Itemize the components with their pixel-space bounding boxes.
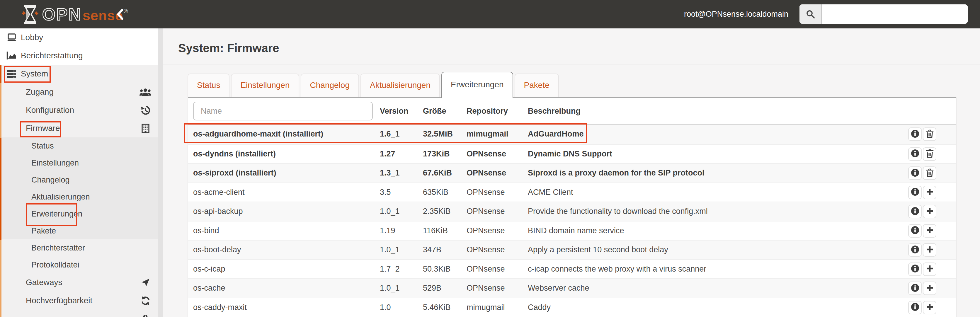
sidebar-item-label: Status xyxy=(31,141,54,151)
row-actions xyxy=(908,186,936,199)
install-plugin-button[interactable] xyxy=(923,263,936,276)
info-icon xyxy=(911,226,920,236)
table-row[interactable]: os-bind1.19116KiBOPNsenseBIND domain nam… xyxy=(188,221,956,240)
sidebar-item-konfiguration[interactable]: Konfiguration xyxy=(0,101,158,119)
install-plugin-button[interactable] xyxy=(923,224,936,238)
plugin-description: Caddy xyxy=(528,298,550,317)
plugin-info-button[interactable] xyxy=(908,147,922,161)
tab-einstellungen[interactable]: Einstellungen xyxy=(231,73,299,97)
table-row[interactable]: os-siproxd (installiert)1.3_167.6KiBOPNs… xyxy=(188,163,956,182)
info-icon xyxy=(911,284,920,293)
tab-status[interactable]: Status xyxy=(188,73,229,97)
remove-plugin-button[interactable] xyxy=(923,127,936,141)
active-menu-accent-dark xyxy=(0,65,2,83)
sidebar-item-system[interactable]: System xyxy=(0,65,158,83)
sidebar-item-label: Berichterstattung xyxy=(21,51,83,60)
sidebar-item-label: Hochverfügbarkeit xyxy=(26,296,92,305)
plugin-description: AdGuardHome xyxy=(528,125,584,143)
sidebar-item-label: Einstellungen xyxy=(31,158,79,168)
plugin-name: os-c-icap xyxy=(193,260,225,278)
tab-aktualisierungen[interactable]: Aktualisierungen xyxy=(361,73,440,97)
remove-plugin-button[interactable] xyxy=(923,166,936,180)
table-row[interactable]: os-acme-client3.5635KiBOPNsenseACME Clie… xyxy=(188,182,956,202)
table-row[interactable]: os-dyndns (installiert)1.27173KiBOPNsens… xyxy=(188,144,956,163)
plugin-info-button[interactable] xyxy=(908,166,922,180)
table-row[interactable]: os-cache1.0_1529BOPNsenseWebserver cache xyxy=(188,278,956,298)
plugin-version: 1.0_1 xyxy=(380,241,400,259)
chevron-left-icon[interactable] xyxy=(116,9,124,20)
active-menu-accent-light-2 xyxy=(0,240,2,317)
install-plugin-button[interactable] xyxy=(923,243,936,257)
plugin-name: os-caddy-maxit xyxy=(193,298,247,317)
sidebar-item-hochverfuegbarkeit[interactable]: Hochverfügbarkeit xyxy=(0,292,158,310)
plugin-info-button[interactable] xyxy=(908,301,922,314)
sidebar-item-gateways[interactable]: Gateways xyxy=(0,273,158,292)
plugin-size: 50.3KiB xyxy=(423,260,451,278)
sidebar-item-label: Changelog xyxy=(31,176,70,185)
table-row[interactable]: os-api-backup1.0_12.35KiBOPNsenseProvide… xyxy=(188,201,956,221)
sidebar-item-firmware-status[interactable]: Status xyxy=(0,138,158,154)
plugin-version: 1.0_1 xyxy=(380,202,400,220)
trash-icon xyxy=(926,130,934,139)
plugin-name: os-boot-delay xyxy=(193,241,241,259)
sidebar-item-firmware-erweiterungen[interactable]: Erweiterungen xyxy=(0,205,158,222)
plugin-info-button[interactable] xyxy=(908,186,922,199)
tab-erweiterungen[interactable]: Erweiterungen xyxy=(441,72,513,98)
info-icon xyxy=(911,303,920,312)
sidebar-item-berichterstatter[interactable]: Berichterstatter xyxy=(0,239,158,256)
sidebar-item-zugang[interactable]: Zugang xyxy=(0,83,158,101)
laptop-icon xyxy=(6,33,17,42)
plugin-version: 1.0_1 xyxy=(380,279,400,297)
plugin-name: os-api-backup xyxy=(193,202,243,220)
install-plugin-button[interactable] xyxy=(923,301,936,314)
sidebar-item-firmware-changelog[interactable]: Changelog xyxy=(0,171,158,189)
sidebar-item-label: Berichterstatter xyxy=(31,244,85,252)
plugin-repository: OPNsense xyxy=(466,145,506,163)
install-plugin-button[interactable] xyxy=(923,282,936,295)
sidebar-item-firmware[interactable]: Firmware xyxy=(0,119,158,138)
table-row[interactable]: os-adguardhome-maxit (installiert)1.6_13… xyxy=(188,125,956,144)
table-row[interactable]: os-c-icap1.7_250.3KiBOPNsensec-icap conn… xyxy=(188,259,956,279)
plugin-size: 2.35KiB xyxy=(423,202,451,220)
tab-changelog[interactable]: Changelog xyxy=(301,73,359,97)
sidebar-item-firmware-einstellungen[interactable]: Einstellungen xyxy=(0,154,158,171)
sidebar-item-berichterstattung[interactable]: Berichterstattung xyxy=(0,47,158,65)
sidebar-item-protokolldatei[interactable]: Protokolldatei xyxy=(0,256,158,273)
row-actions xyxy=(908,243,936,257)
sidebar-item-lobby[interactable]: Lobby xyxy=(0,29,158,47)
info-icon xyxy=(911,187,920,197)
plugin-repository: OPNsense xyxy=(466,222,505,240)
plugin-size: 116KiB xyxy=(423,222,448,240)
plugin-info-button[interactable] xyxy=(908,263,922,276)
sidebar-item-firmware-pakete[interactable]: Pakete xyxy=(0,222,158,239)
global-search-input[interactable] xyxy=(822,5,968,24)
plugin-name: os-siproxd (installiert) xyxy=(193,164,276,182)
plugin-info-button[interactable] xyxy=(908,282,922,295)
plugin-info-button[interactable] xyxy=(908,243,922,257)
tab-pakete[interactable]: Pakete xyxy=(515,73,559,97)
sidebar-scrollbar[interactable] xyxy=(158,29,163,317)
plugin-info-button[interactable] xyxy=(908,127,922,141)
opnsense-logo: OPNsense® xyxy=(22,0,128,29)
plugin-size: 173KiB xyxy=(423,145,450,163)
plugin-info-button[interactable] xyxy=(908,205,922,218)
sidebar-item-label: Zugang xyxy=(26,87,54,97)
install-plugin-button[interactable] xyxy=(923,186,936,199)
logged-in-user: root@OPNsense.localdomain xyxy=(684,0,788,29)
plugin-version: 3.5 xyxy=(380,183,391,201)
install-plugin-button[interactable] xyxy=(923,205,936,218)
sidebar-item-next-partial[interactable] xyxy=(0,310,158,317)
sidebar-item-label: Gateways xyxy=(26,278,62,287)
road-icon xyxy=(140,314,151,317)
plugin-info-button[interactable] xyxy=(908,224,922,238)
plus-icon xyxy=(926,284,934,293)
remove-plugin-button[interactable] xyxy=(923,147,936,161)
title-divider xyxy=(163,64,980,65)
location-arrow-icon xyxy=(140,278,151,287)
name-filter-input[interactable] xyxy=(193,101,373,120)
plugin-version: 1.6_1 xyxy=(380,125,400,143)
sidebar-item-firmware-aktualisierungen[interactable]: Aktualisierungen xyxy=(0,189,158,205)
table-row[interactable]: os-caddy-maxit1.05.46KiBmimugmailCaddy xyxy=(188,298,956,317)
table-row[interactable]: os-boot-delay1.0_1347BOPNsenseApply a pe… xyxy=(188,240,956,259)
plugin-repository: OPNsense xyxy=(466,183,505,201)
